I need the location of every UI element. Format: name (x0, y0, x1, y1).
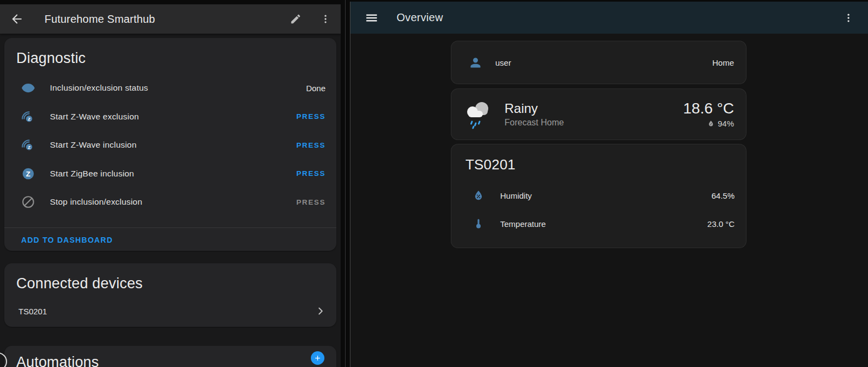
eye-icon (21, 81, 35, 95)
row-inclusion-exclusion-status[interactable]: Inclusion/exclusion status Done (4, 74, 336, 103)
plus-icon (314, 354, 322, 362)
weather-humidity: 94% (718, 119, 734, 128)
water-percent-icon (707, 119, 718, 128)
pencil-icon[interactable] (290, 13, 302, 25)
humidity-row[interactable]: Humidity 64.5% (451, 181, 746, 210)
svg-text:Z: Z (28, 116, 30, 121)
press-button[interactable]: PRESS (296, 141, 326, 149)
back-arrow-icon[interactable] (10, 12, 24, 26)
automations-title: Automations (4, 346, 336, 367)
automations-card: Automations (4, 346, 336, 367)
weather-subtitle: Forecast Home (505, 118, 564, 128)
device-sensor-card: TS0201 Humidity 64.5% (451, 144, 746, 248)
chevron-right-icon (315, 305, 327, 317)
sensor-value: 23.0 °C (707, 219, 735, 229)
press-button[interactable]: PRESS (296, 169, 326, 178)
row-label: Inclusion/exclusion status (50, 83, 148, 93)
row-start-zwave-exclusion[interactable]: Z Start Z-Wave exclusion PRESS (4, 103, 336, 131)
diagnostic-card-title: Diagnostic (4, 38, 336, 67)
row-value: Done (306, 84, 326, 93)
add-to-dashboard-button[interactable]: ADD TO DASHBOARD (21, 236, 113, 244)
water-percent-icon (472, 189, 485, 202)
device-name: TS0201 (18, 307, 47, 316)
user-card[interactable]: user Home (451, 41, 746, 84)
row-label: Start Z-Wave inclusion (50, 140, 137, 150)
row-stop-inclusion-exclusion[interactable]: Stop inclusion/exclusion PRESS (4, 188, 336, 217)
right-app-title: Overview (397, 11, 443, 24)
row-start-zigbee-inclusion[interactable]: Z Start ZigBee inclusion PRESS (4, 160, 336, 188)
sensor-label: Temperature (500, 219, 546, 229)
user-entity-label: user (495, 58, 511, 67)
row-label: Start Z-Wave exclusion (50, 112, 139, 122)
weather-card[interactable]: Rainy Forecast Home 18.6 °C 94% (451, 88, 746, 140)
weather-temperature: 18.6 °C (683, 100, 734, 117)
svg-text:Z: Z (28, 145, 30, 150)
press-button-disabled: PRESS (296, 198, 326, 206)
device-list-item[interactable]: TS0201 (4, 299, 336, 323)
zigbee-icon: Z (21, 167, 35, 181)
device-card-title: TS0201 (451, 144, 746, 174)
temperature-row[interactable]: Temperature 23.0 °C (451, 210, 746, 238)
svg-text:Z: Z (26, 170, 30, 178)
row-label: Start ZigBee inclusion (50, 169, 134, 179)
left-app-title: Futurehome Smarthub (44, 13, 155, 26)
connected-devices-card: Connected devices TS0201 (4, 263, 336, 327)
weather-condition: Rainy (505, 101, 564, 116)
sensor-label: Humidity (500, 191, 532, 200)
row-label: Stop inclusion/exclusion (50, 197, 142, 207)
z-wave-icon: Z (21, 138, 35, 152)
right-app-window: Overview user Home (350, 2, 868, 367)
account-icon (468, 55, 483, 70)
connected-devices-title: Connected devices (4, 263, 336, 293)
z-wave-icon: Z (21, 110, 35, 124)
weather-pouring-icon (460, 97, 494, 132)
cancel-icon (21, 195, 35, 209)
thermometer-icon (472, 217, 485, 230)
add-automation-button[interactable] (311, 351, 324, 365)
diagnostic-rows: Inclusion/exclusion status Done Z (4, 74, 336, 217)
dots-vertical-icon[interactable] (320, 14, 331, 24)
menu-icon[interactable] (365, 11, 379, 25)
row-start-zwave-inclusion[interactable]: Z Start Z-Wave inclusion PRESS (4, 131, 336, 160)
screenshot-root: Futurehome Smarthub Diagnostic Inclusion… (0, 0, 868, 367)
press-button[interactable]: PRESS (296, 112, 326, 121)
diagnostic-card: Diagnostic Inclusion/exclusion status Do… (4, 38, 336, 251)
left-app-window: Futurehome Smarthub Diagnostic Inclusion… (0, 4, 341, 367)
sensor-value: 64.5% (711, 191, 735, 200)
right-app-header: Overview (350, 2, 868, 34)
left-app-header: Futurehome Smarthub (0, 4, 341, 34)
window-divider (345, 0, 346, 367)
user-entity-state: Home (712, 58, 734, 67)
dots-vertical-icon[interactable] (843, 12, 854, 23)
